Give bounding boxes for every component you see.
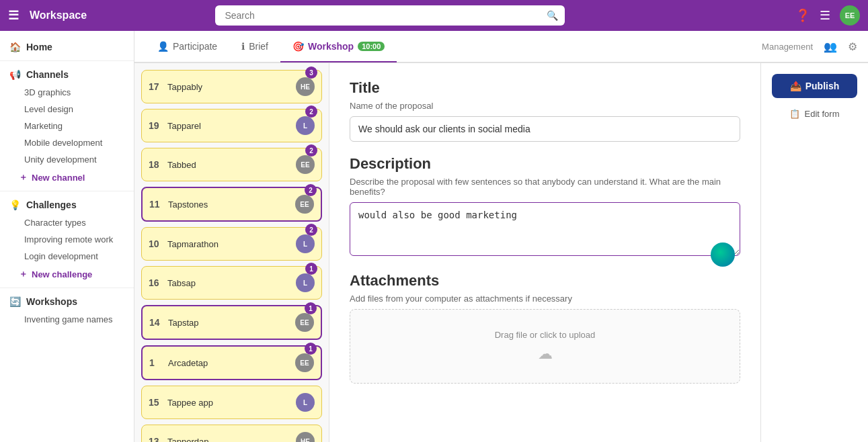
settings-icon[interactable]: ⚙ — [848, 40, 857, 53]
card-badge: 2 — [305, 105, 317, 118]
sidebar-item-level-design[interactable]: Level design — [0, 101, 134, 118]
sidebar-item-mobile-development[interactable]: Mobile development — [0, 134, 134, 151]
upload-icon: ☁ — [370, 345, 719, 363]
tab-bar: 👤 Participate ℹ Brief 🎯 Workshop 10:00 M… — [134, 31, 868, 63]
card-item[interactable]: 1 1 Arcadetap EE — [141, 345, 322, 380]
card-title: Tapstones — [168, 200, 291, 210]
new-challenge-button[interactable]: ＋ New challenge — [0, 265, 134, 283]
title-label: Name of the proposal — [350, 101, 740, 111]
attachments-label: Add files from your computer as attachme… — [350, 294, 740, 304]
tab-brief[interactable]: ℹ Brief — [229, 32, 280, 62]
checklist-icon[interactable]: ☰ — [820, 8, 830, 23]
sidebar-item-3d-graphics[interactable]: 3D graphics — [0, 84, 134, 101]
card-badge: 3 — [305, 67, 317, 79]
tab-management-label[interactable]: Management — [762, 42, 813, 52]
divider-1 — [0, 60, 134, 61]
right-panel: 👤 Participate ℹ Brief 🎯 Workshop 10:00 M… — [134, 31, 868, 442]
edit-form-link[interactable]: 📋 Edit form — [789, 109, 839, 119]
card-number: 14 — [149, 317, 164, 328]
plus-icon: ＋ — [19, 171, 28, 183]
hamburger-icon[interactable]: ☰ — [8, 8, 19, 23]
new-challenge-label: New challenge — [32, 269, 92, 279]
home-icon: 🏠 — [9, 42, 21, 52]
card-number: 1 — [149, 357, 164, 368]
publish-icon: 📤 — [790, 81, 801, 91]
card-badge: 2 — [305, 224, 317, 236]
tab-workshop[interactable]: 🎯 Workshop 10:00 — [280, 32, 397, 62]
description-textarea[interactable] — [350, 202, 740, 256]
card-item[interactable]: 2 11 Tapstones EE — [141, 187, 322, 222]
card-item[interactable]: 2 19 Tapparel L — [141, 109, 322, 142]
card-item[interactable]: 13 Tapperdap HE — [141, 425, 322, 442]
card-item[interactable]: 15 Tappee app L — [141, 386, 322, 419]
tab-brief-label: Brief — [249, 41, 268, 52]
tab-participate[interactable]: 👤 Participate — [145, 32, 229, 62]
card-badge: 2 — [305, 144, 317, 157]
card-title: Tapmarathon — [167, 239, 292, 249]
sidebar-item-login-development[interactable]: Login development — [0, 248, 134, 265]
card-title: Arcadetap — [168, 358, 291, 368]
challenges-label: Challenges — [26, 200, 77, 210]
divider-3 — [0, 288, 134, 288]
card-number: 11 — [149, 199, 164, 210]
new-channel-label: New channel — [32, 173, 85, 183]
sidebar-item-unity-development[interactable]: Unity development — [0, 151, 134, 168]
card-avatar: L — [296, 273, 315, 292]
form-panel: Title Name of the proposal Description D… — [329, 63, 760, 442]
card-number: 13 — [149, 436, 163, 442]
card-number: 17 — [149, 81, 163, 92]
card-item[interactable]: 1 14 Tapstap EE — [141, 305, 322, 340]
card-badge: 1 — [305, 343, 317, 355]
user-avatar[interactable]: EE — [840, 5, 860, 26]
sidebar-challenges-header[interactable]: 💡 Challenges — [0, 195, 134, 214]
channels-icon: 📢 — [9, 69, 21, 80]
publish-label: Publish — [805, 81, 840, 91]
participate-icon: 👤 — [157, 41, 169, 52]
channels-label: Channels — [26, 69, 69, 80]
sidebar-item-improving-remote-work[interactable]: Improving remote work — [0, 231, 134, 248]
logo[interactable]: ☰ Workspace — [8, 8, 87, 23]
search-bar: 🔍 — [215, 5, 565, 26]
card-avatar: L — [296, 116, 315, 135]
sidebar-workshops-header[interactable]: 🔄 Workshops — [0, 292, 134, 311]
card-title: Tabsap — [167, 278, 292, 288]
card-avatar: L — [296, 234, 315, 253]
new-channel-button[interactable]: ＋ New channel — [0, 168, 134, 187]
card-badge: 2 — [305, 184, 317, 196]
card-badge: 1 — [305, 302, 317, 314]
sidebar-item-marketing[interactable]: Marketing — [0, 118, 134, 134]
publish-button[interactable]: 📤 Publish — [772, 74, 857, 98]
sidebar-item-inventing-game-names[interactable]: Inventing game names — [0, 311, 134, 328]
card-item[interactable]: 3 17 Tappably HE — [141, 70, 322, 103]
title-section-heading: Title — [350, 79, 740, 97]
brief-icon: ℹ — [241, 41, 245, 52]
tab-participate-label: Participate — [173, 41, 217, 52]
topbar-right: ❓ ☰ EE — [795, 5, 860, 26]
search-input[interactable] — [215, 5, 565, 26]
upload-text: Drag file or click to upload — [370, 330, 719, 340]
card-number: 19 — [149, 120, 163, 131]
card-title: Tapperdap — [167, 437, 292, 443]
card-item[interactable]: 2 10 Tapmarathon L — [141, 227, 322, 261]
upload-area[interactable]: Drag file or click to upload ☁ — [350, 309, 740, 384]
card-number: 18 — [149, 159, 163, 170]
card-avatar: L — [296, 393, 315, 412]
card-avatar: HE — [296, 77, 315, 96]
card-item[interactable]: 1 16 Tabsap L — [141, 266, 322, 300]
sidebar-channels-header[interactable]: 📢 Channels — [0, 65, 134, 84]
search-icon: 🔍 — [547, 10, 558, 21]
tab-workshop-label: Workshop — [308, 41, 354, 52]
divider-2 — [0, 191, 134, 191]
card-number: 16 — [149, 277, 163, 288]
sidebar-home[interactable]: 🏠 Home — [0, 38, 134, 56]
challenges-icon: 💡 — [9, 200, 21, 210]
card-avatar: HE — [296, 432, 315, 442]
card-item[interactable]: 2 18 Tabbed EE — [141, 148, 322, 181]
topbar: ☰ Workspace 🔍 ❓ ☰ EE — [0, 0, 868, 31]
help-icon[interactable]: ❓ — [795, 8, 810, 23]
grammarly-icon — [711, 242, 735, 267]
card-avatar: EE — [295, 195, 314, 214]
users-icon[interactable]: 👥 — [824, 40, 837, 53]
sidebar-item-character-types[interactable]: Character types — [0, 214, 134, 231]
title-input[interactable] — [350, 116, 740, 142]
